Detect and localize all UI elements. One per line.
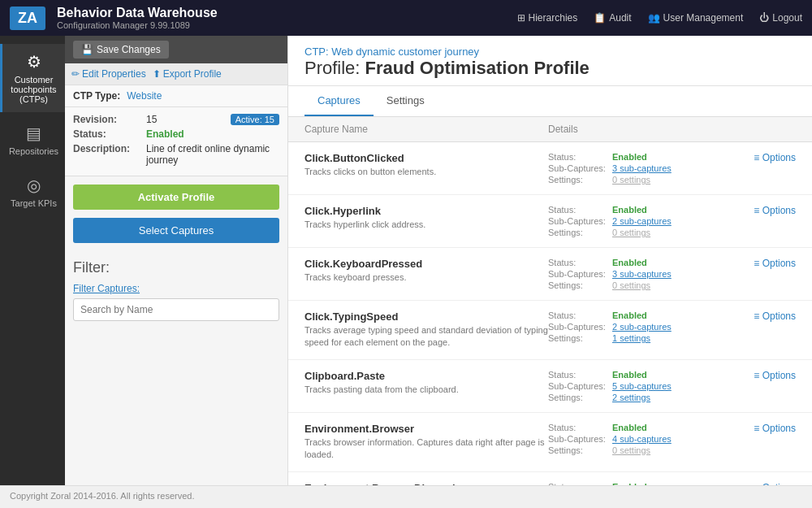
settings-detail-4: Settings: 2 settings (548, 393, 731, 402)
table-row: Click.ButtonClicked Tracks clicks on but… (288, 142, 812, 195)
captures-table: Click.ButtonClicked Tracks clicks on but… (288, 142, 812, 485)
description-value: Line of credit online dynamic journey (146, 143, 279, 166)
action-buttons: ✏ Edit Properties ⬆ Export Profile (65, 63, 287, 85)
capture-name-1: Click.Hyperlink (304, 205, 548, 217)
footer-text: Copyright Zoral 2014-2016. All rights re… (10, 491, 194, 501)
options-button-6[interactable]: ≡ Options (754, 482, 796, 485)
options-button-2[interactable]: ≡ Options (754, 258, 796, 269)
save-changes-button[interactable]: 💾 Save Changes (73, 41, 169, 59)
capture-details-0: Status: Enabled Sub-Captures: 3 sub-capt… (548, 152, 731, 185)
capture-name-2: Click.KeyboardPressed (304, 258, 548, 270)
capture-actions-0: ≡ Options (731, 152, 796, 163)
status-val-5: Enabled (612, 423, 647, 432)
subcaptures-label-1: Sub-Captures: (548, 216, 609, 226)
capture-actions-4: ≡ Options (731, 370, 796, 381)
options-button-4[interactable]: ≡ Options (754, 370, 796, 381)
subcaptures-val-5[interactable]: 4 sub-captures (612, 434, 672, 444)
nav-user-management[interactable]: 👥 User Management (648, 12, 744, 24)
activate-profile-button[interactable]: Activate Profile (73, 185, 279, 210)
profile-title: Fraud Optimisation Profile (365, 58, 590, 78)
select-captures-button[interactable]: Select Captures (73, 218, 279, 243)
settings-detail-3: Settings: 1 settings (548, 333, 731, 343)
sidebar-item-repositories[interactable]: ▤ Repositories (0, 115, 65, 164)
top-nav: ZA Behavior Data Warehouse Configuration… (0, 0, 812, 36)
capture-name-3: Click.TypingSpeed (304, 310, 548, 323)
subcaptures-detail-4: Sub-Captures: 5 sub-captures (548, 381, 731, 391)
table-row: Clipboard.Paste Tracks pasting data from… (288, 360, 812, 413)
subcaptures-val-0[interactable]: 3 sub-captures (612, 163, 672, 173)
settings-label-5: Settings: (548, 445, 609, 455)
search-input[interactable] (73, 298, 279, 321)
capture-desc-0: Tracks clicks on button elements. (304, 166, 548, 178)
profile-name: Profile: Fraud Optimisation Profile (304, 58, 796, 79)
ctp-type-value: Website (127, 90, 162, 102)
settings-val-2[interactable]: 0 settings (612, 280, 650, 290)
app-title: Behavior Data Warehouse Configuration Ma… (57, 6, 517, 30)
settings-val-4[interactable]: 2 settings (612, 393, 650, 402)
filter-title: Filter: (73, 259, 279, 276)
options-button-5[interactable]: ≡ Options (754, 423, 796, 434)
capture-actions-3: ≡ Options (731, 310, 796, 322)
export-profile-link[interactable]: ⬆ Export Profile (153, 68, 222, 80)
capture-info-1: Click.Hyperlink Tracks hyperlink click a… (304, 205, 548, 231)
tab-settings[interactable]: Settings (374, 86, 438, 116)
left-panel: 💾 Save Changes ✏ Edit Properties ⬆ Expor… (65, 36, 288, 485)
capture-desc-5: Tracks browser information. Captures dat… (304, 436, 548, 462)
edit-properties-link[interactable]: ✏ Edit Properties (71, 68, 146, 80)
settings-val-5[interactable]: 0 settings (612, 445, 650, 455)
app-title-main: Behavior Data Warehouse (57, 6, 517, 20)
capture-info-4: Clipboard.Paste Tracks pasting data from… (304, 370, 548, 396)
nav-hierarchies[interactable]: ⊞ Hierarchies (517, 12, 578, 24)
filter-captures-label[interactable]: Filter Captures: (73, 283, 279, 294)
subcaptures-label-3: Sub-Captures: (548, 322, 609, 332)
status-label-5: Status: (548, 423, 609, 432)
status-label-4: Status: (548, 370, 609, 380)
settings-val-1[interactable]: 0 settings (612, 228, 650, 237)
repositories-icon: ▤ (26, 124, 41, 143)
status-detail-6: Status: Enabled (548, 482, 731, 485)
status-val-4: Enabled (612, 370, 647, 380)
ctp-tag-name: Web dynamic customer journey (331, 46, 479, 58)
subcaptures-label-4: Sub-Captures: (548, 381, 609, 391)
settings-detail-1: Settings: 0 settings (548, 228, 731, 237)
capture-desc-3: Tracks average typing speed and standard… (304, 324, 548, 350)
ctp-tag-label: CTP: (304, 46, 329, 58)
settings-val-3[interactable]: 1 settings (612, 333, 650, 343)
active-badge: Active: 15 (231, 114, 279, 125)
export-icon: ⬆ (153, 68, 161, 80)
tab-captures[interactable]: Captures (304, 86, 374, 116)
subcaptures-val-2[interactable]: 3 sub-captures (612, 269, 672, 279)
options-button-1[interactable]: ≡ Options (754, 205, 796, 216)
save-icon: 💾 (81, 44, 93, 55)
description-label: Description: (73, 143, 146, 166)
col-header-details: Details (548, 124, 731, 135)
capture-details-4: Status: Enabled Sub-Captures: 5 sub-capt… (548, 370, 731, 402)
status-value: Enabled (146, 128, 279, 140)
subcaptures-label-2: Sub-Captures: (548, 269, 609, 279)
subcaptures-val-1[interactable]: 2 sub-captures (612, 216, 672, 226)
subcaptures-detail-0: Sub-Captures: 3 sub-captures (548, 163, 731, 173)
table-row: Click.KeyboardPressed Tracks keyboard pr… (288, 248, 812, 301)
capture-actions-6: ≡ Options (731, 482, 796, 485)
capture-info-0: Click.ButtonClicked Tracks clicks on but… (304, 152, 548, 178)
sidebar-item-ctps[interactable]: ⚙ Customer touchpoints (CTPs) (0, 44, 65, 112)
capture-info-5: Environment.Browser Tracks browser infor… (304, 423, 548, 462)
nav-audit[interactable]: 📋 Audit (594, 12, 631, 24)
subcaptures-val-4[interactable]: 5 sub-captures (612, 381, 672, 391)
subcaptures-detail-1: Sub-Captures: 2 sub-captures (548, 216, 731, 226)
ctp-type-row: CTP Type: Website (65, 85, 287, 107)
status-label: Status: (73, 128, 146, 140)
settings-label-4: Settings: (548, 393, 609, 402)
options-button-3[interactable]: ≡ Options (754, 310, 796, 322)
nav-logout[interactable]: ⏻ Logout (759, 12, 802, 24)
subcaptures-val-3[interactable]: 2 sub-captures (612, 322, 672, 332)
sidebar-item-kpis[interactable]: ◎ Target KPIs (0, 167, 65, 216)
options-button-0[interactable]: ≡ Options (754, 152, 796, 163)
status-val-6: Enabled (612, 482, 647, 485)
settings-detail-0: Settings: 0 settings (548, 175, 731, 185)
capture-info-3: Click.TypingSpeed Tracks average typing … (304, 310, 548, 350)
capture-info-2: Click.KeyboardPressed Tracks keyboard pr… (304, 258, 548, 284)
settings-val-0[interactable]: 0 settings (612, 175, 650, 185)
description-row: Description: Line of credit online dynam… (73, 143, 279, 166)
main-panel: 💾 Save Changes ✏ Edit Properties ⬆ Expor… (65, 36, 812, 485)
